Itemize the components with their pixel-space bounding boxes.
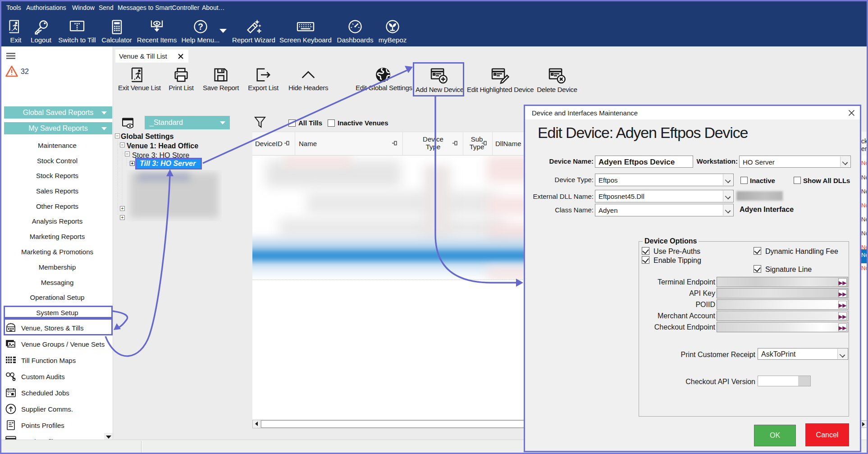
- svg-text:?: ?: [198, 22, 203, 32]
